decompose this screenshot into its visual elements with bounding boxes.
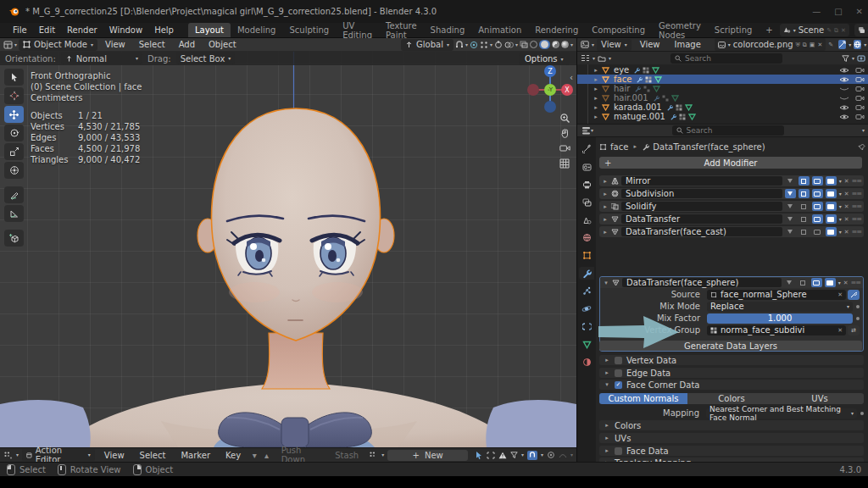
drag-handle-icon[interactable]: ≡≡ (852, 228, 861, 236)
viewport-menu-add[interactable]: Add (173, 40, 201, 49)
open-image-icon[interactable]: ▣ (810, 42, 815, 48)
show-in-edit-mode-toggle[interactable] (798, 202, 810, 211)
clear-source-icon[interactable]: ✕ (837, 291, 843, 298)
chevron-down-icon[interactable]: ▾ (570, 42, 573, 47)
orientation-setting-select[interactable]: Normal ▾ (61, 53, 142, 64)
keyframe-dot-icon[interactable] (856, 305, 860, 308)
breadcrumb-object[interactable]: face (610, 142, 628, 152)
modifier-panel-header[interactable]: ▾ DataTransfer(face_sphere) ▾ ✕ ≡≡ (600, 277, 863, 288)
tool-rotate[interactable] (4, 125, 24, 141)
editor-type-icon[interactable] (3, 41, 13, 49)
shading-solid-active[interactable] (539, 40, 550, 49)
eye-hidden-icon[interactable] (839, 86, 849, 92)
tool-select-box[interactable] (4, 69, 24, 86)
snapping-grid-icon[interactable] (480, 41, 488, 49)
tab-colors[interactable]: Colors (687, 393, 776, 404)
unlink-icon[interactable]: ✕ (841, 27, 846, 34)
eye-visible-icon[interactable] (839, 67, 849, 74)
scene-selector[interactable]: ▾ Scene ✎ ⧉ ✕ (780, 24, 849, 36)
gizmo-y-axis[interactable]: -Y (544, 84, 556, 96)
expand-icon[interactable]: ▸ (593, 86, 599, 92)
panel-options-chevron-icon[interactable]: ▾ (862, 128, 865, 133)
tool-add-cube[interactable] (4, 230, 24, 247)
show-edit-vertex-toggle[interactable] (785, 202, 796, 211)
expand-icon[interactable]: ▸ (593, 104, 599, 111)
show-in-render-toggle[interactable] (826, 176, 837, 186)
cursor-tool-icon[interactable] (475, 451, 483, 460)
zoom-tool-icon[interactable] (556, 111, 573, 125)
clear-vertex-group-icon[interactable]: ✕ (837, 327, 843, 334)
new-collection-icon[interactable] (857, 54, 865, 62)
chevron-down-icon[interactable]: ▾ (864, 42, 866, 47)
remove-modifier-icon[interactable]: ✕ (844, 216, 849, 223)
ds-menu-select[interactable]: Select (134, 451, 172, 460)
tab-world[interactable] (579, 231, 594, 244)
mix-mode-select[interactable]: Replace ▾ (707, 302, 853, 312)
action-datablock-icon[interactable] (369, 451, 378, 459)
snap-magnet-icon[interactable] (455, 41, 464, 49)
ds-menu-key[interactable]: Key (220, 451, 247, 460)
stash-button[interactable]: Stash (328, 450, 365, 461)
tab-object[interactable] (579, 249, 594, 262)
object-name[interactable]: face (614, 75, 632, 84)
drag-setting-select[interactable]: Select Box ▾ (176, 53, 236, 64)
show-in-viewport-toggle[interactable] (812, 214, 823, 224)
gizmo-x-neg-axis[interactable] (527, 84, 539, 96)
invert-vertex-group-button[interactable]: ⇄ (848, 325, 860, 336)
modifier-row-datatransfer[interactable]: ▸ DataTransfer ▾ ✕ ≡≡ (599, 214, 864, 225)
tab-material[interactable] (579, 356, 594, 369)
camera-render-icon[interactable] (855, 114, 865, 120)
chevron-down-icon[interactable]: ▾ (849, 42, 851, 47)
modifier-name[interactable]: DataTransfer (621, 214, 782, 224)
collection-icon[interactable] (598, 55, 606, 62)
tool-cursor[interactable] (4, 87, 24, 104)
drag-handle-icon[interactable]: ≡≡ (852, 190, 861, 197)
outliner-item-karada-001[interactable]: ▸ karada.001 (577, 103, 868, 112)
outliner-item-hair[interactable]: ▸ hair (577, 84, 868, 93)
add-workspace-button[interactable]: + (759, 23, 779, 37)
tab-constraints[interactable] (579, 320, 594, 333)
chevron-down-icon[interactable]: ▾ (852, 56, 854, 61)
expand-icon[interactable]: ▸ (602, 216, 609, 223)
expand-icon[interactable]: ▸ (593, 95, 599, 102)
keyframe-dot-icon[interactable] (860, 412, 864, 415)
viewport-3d[interactable]: ▾ Object Mode ▾ View Select Add Object G… (0, 38, 576, 447)
workspace-tab-animation[interactable]: Animation (471, 23, 528, 37)
drag-handle-icon[interactable]: ≡≡ (852, 177, 861, 185)
tab-particles[interactable] (579, 285, 594, 297)
workspace-tab-uv-editing[interactable]: UV Editing (336, 23, 379, 37)
show-in-edit-mode-toggle[interactable] (798, 227, 810, 236)
filter-funnel-icon[interactable] (842, 55, 849, 62)
collapse-icon[interactable]: ▾ (603, 280, 609, 286)
viewport-options-button[interactable]: Options ▾ (519, 53, 570, 65)
gizmo-z-neg-axis[interactable] (544, 101, 556, 113)
transform-orientation-selector[interactable]: Global ▾ (401, 39, 453, 51)
modifier-name[interactable]: Mirror (621, 176, 782, 186)
tab-view-layer[interactable] (579, 196, 594, 208)
workspace-tab-scripting[interactable]: Scripting (708, 23, 759, 37)
workspace-tab-layout[interactable]: Layout (188, 23, 231, 37)
camera-render-icon[interactable] (855, 86, 865, 92)
frame-range-icon[interactable] (487, 452, 495, 459)
uv-sync-icon[interactable] (838, 40, 846, 49)
menu-help[interactable]: Help (148, 25, 180, 35)
maximize-button[interactable]: □ (834, 7, 842, 16)
tool-measure[interactable] (4, 205, 24, 222)
gizmo-z-axis[interactable]: Z (544, 65, 556, 77)
head-mesh[interactable] (211, 108, 380, 341)
expand-icon[interactable]: ▸ (593, 76, 599, 83)
tab-output[interactable] (579, 178, 594, 191)
workspace-tab-shading[interactable]: Shading (424, 23, 472, 37)
show-edit-vertex-toggle[interactable] (785, 227, 796, 236)
eye-visible-icon[interactable] (839, 114, 849, 120)
viewport-menu-object[interactable]: Object (203, 40, 242, 49)
outliner-item-eye[interactable]: ▸ eye (577, 65, 868, 75)
outliner-item-face[interactable]: ▸ face (577, 75, 868, 84)
snap-icon[interactable] (527, 451, 537, 460)
section-uvs[interactable]: ▸ UVs (599, 433, 864, 443)
workspace-tab-texture-paint[interactable]: Texture Paint (379, 23, 424, 37)
camera-render-icon[interactable] (855, 104, 865, 111)
show-in-viewport-toggle[interactable] (812, 189, 823, 198)
image-mode-selector[interactable]: View ▾ (597, 39, 632, 51)
outliner-search[interactable] (670, 53, 782, 64)
